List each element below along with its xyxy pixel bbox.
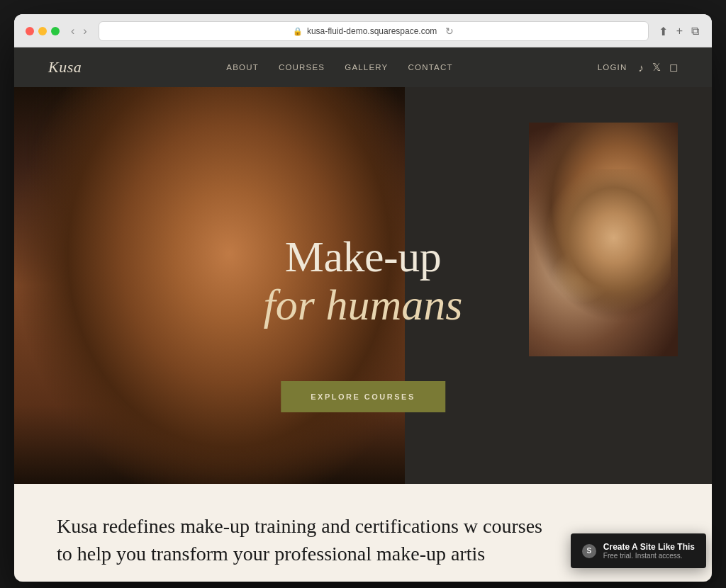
secondary-face <box>544 169 671 322</box>
hero-secondary-image <box>529 123 678 356</box>
nav-about[interactable]: ABOUT <box>226 63 259 72</box>
hero-title-line1: Make-up <box>264 232 463 281</box>
squarespace-logo-icon: S <box>582 544 596 558</box>
login-link[interactable]: LOGIN <box>598 63 627 72</box>
site-logo[interactable]: Kusa <box>48 58 82 77</box>
hero-title-line2: for humans <box>264 281 463 329</box>
badge-title: Create A Site Like This <box>603 542 695 552</box>
close-button[interactable] <box>26 27 34 35</box>
browser-window: ‹ › 🔒 kusa-fluid-demo.squarespace.com ↻ … <box>14 14 712 582</box>
instagram-icon[interactable]: ◻ <box>669 61 678 74</box>
lock-icon: 🔒 <box>293 27 303 36</box>
forward-button[interactable]: › <box>80 24 89 38</box>
nav-gallery[interactable]: GALLERY <box>345 63 388 72</box>
browser-chrome: ‹ › 🔒 kusa-fluid-demo.squarespace.com ↻ … <box>14 14 712 47</box>
header-right: LOGIN ♪ 𝕏 ◻ <box>598 61 678 74</box>
social-icons: ♪ 𝕏 ◻ <box>639 61 678 74</box>
hero-text: Make-up for humans <box>264 232 463 329</box>
squarespace-badge[interactable]: S Create A Site Like This Free trial. In… <box>571 533 706 568</box>
browser-actions: ⬆ + ⧉ <box>657 23 700 40</box>
badge-subtitle: Free trial. Instant access. <box>603 552 695 560</box>
tiktok-icon[interactable]: ♪ <box>639 62 644 74</box>
address-bar[interactable]: 🔒 kusa-fluid-demo.squarespace.com ↻ <box>99 21 649 41</box>
tabs-button[interactable]: ⧉ <box>690 23 700 40</box>
url-text: kusa-fluid-demo.squarespace.com <box>307 26 437 36</box>
below-hero-text: Kusa redefines make-up training and cert… <box>57 512 553 567</box>
site-nav: ABOUT COURSES GALLERY CONTACT <box>226 63 452 72</box>
nav-arrows: ‹ › <box>68 24 90 38</box>
nav-courses[interactable]: COURSES <box>279 63 325 72</box>
nav-contact[interactable]: CONTACT <box>408 63 452 72</box>
cta-container: EXPLORE COURSES <box>281 381 445 412</box>
explore-courses-button[interactable]: EXPLORE COURSES <box>281 381 445 412</box>
hero-section: Make-up for humans EXPLORE COURSES <box>14 87 712 484</box>
twitter-icon[interactable]: 𝕏 <box>652 61 661 74</box>
traffic-lights <box>26 27 60 35</box>
secondary-image-person <box>529 123 678 356</box>
website: Kusa ABOUT COURSES GALLERY CONTACT LOGIN… <box>14 47 712 582</box>
badge-text: Create A Site Like This Free trial. Inst… <box>603 542 695 560</box>
back-button[interactable]: ‹ <box>68 24 77 38</box>
new-tab-button[interactable]: + <box>675 23 684 40</box>
share-button[interactable]: ⬆ <box>657 23 669 40</box>
site-header: Kusa ABOUT COURSES GALLERY CONTACT LOGIN… <box>14 47 712 87</box>
reload-button[interactable]: ↻ <box>445 26 454 37</box>
minimize-button[interactable] <box>38 27 47 35</box>
fullscreen-button[interactable] <box>51 27 60 35</box>
